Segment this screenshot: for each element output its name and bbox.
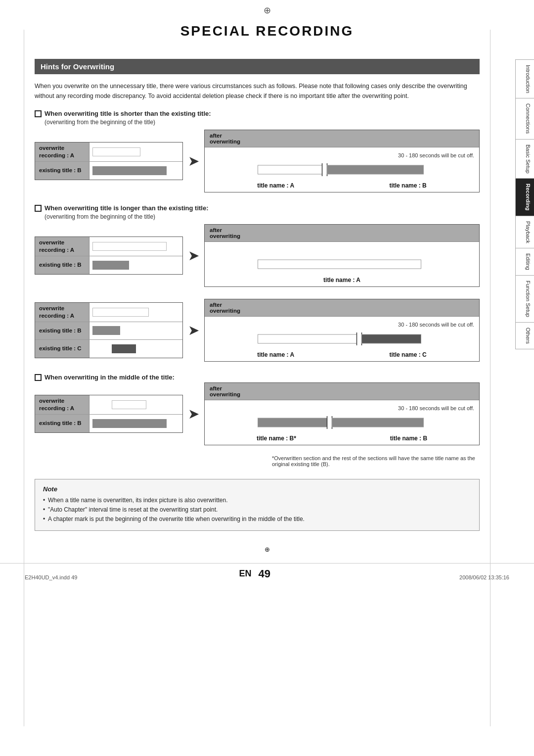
svg-rect-0 (258, 165, 322, 174)
diagram-left-longer: overwrite recording : A existing title :… (35, 236, 183, 275)
note-title: Note (43, 485, 471, 493)
subsection-title-shorter: When overwriting title is shorter than t… (35, 110, 480, 117)
label-title-a-2: title name : A (323, 277, 360, 284)
tab-playback[interactable]: Playback (515, 216, 534, 248)
tab-editing[interactable]: Editing (515, 248, 534, 275)
svg-rect-4 (258, 260, 421, 269)
en-label: EN (239, 568, 251, 579)
diagram-left-shorter: overwrite recording : A existing title :… (35, 142, 183, 180)
reg-mark-bottom: ⊕ (0, 546, 534, 553)
label-title-a-1: title name : A (257, 182, 294, 189)
note-item-1: When a title name is overwritten, its in… (43, 496, 471, 505)
left-margin-line (24, 30, 24, 726)
dlr-existing-c: existing title : C (35, 340, 182, 358)
arrow-middle: ➤ (188, 406, 199, 422)
note-list: When a title name is overwritten, its in… (43, 496, 471, 524)
section-header: Hints for Overwriting (35, 59, 480, 74)
page-number-block: EN 49 (239, 567, 270, 580)
diagram-right-longer2: after overwriting 30 - 180 seconds will … (204, 299, 480, 362)
diagram-row-longer: overwrite recording : A existing title :… (35, 224, 480, 287)
diagram-left-longer2: overwrite recording : A existing title :… (35, 302, 183, 358)
footnote-middle: *Overwritten section and the rest of the… (272, 455, 480, 467)
tab-function-setup[interactable]: Function Setup (515, 275, 534, 322)
dlr-existing-b: existing title : B (35, 162, 182, 180)
svg-rect-9 (258, 418, 327, 427)
note-item-3: A chapter mark is put the beginning of t… (43, 515, 471, 524)
dlr-overwrite-a: overwrite recording : A (35, 142, 182, 162)
tab-others[interactable]: Others (515, 322, 534, 349)
diagram-right-shorter: after overwriting 30 - 180 seconds will … (204, 130, 480, 192)
dlr-overwrite-a4: overwrite recording : A (35, 395, 182, 415)
subsection-sub-shorter: (overwriting from the beginning of the t… (44, 119, 480, 126)
subsection-title-middle: When overwriting in the middle of the ti… (35, 374, 480, 381)
dlr-overwrite-a2: overwrite recording : A (35, 237, 182, 256)
page-wrapper: Introduction Connections Basic Setup Rec… (0, 0, 534, 756)
dlr-existing-b2: existing title : B (35, 256, 182, 274)
subsection-longer: When overwriting title is longer than th… (35, 204, 480, 287)
intro-paragraph: When you overwrite on the unnecessary ti… (35, 81, 480, 101)
tab-connections[interactable]: Connections (515, 98, 534, 139)
label-title-b-1: title name : B (389, 182, 426, 189)
arrow-longer: ➤ (188, 247, 199, 264)
tab-introduction[interactable]: Introduction (515, 59, 534, 98)
arrow-shorter: ➤ (188, 153, 199, 169)
note-item-2: "Auto Chapter" interval time is reset at… (43, 505, 471, 515)
label-title-b-end: title name : B (390, 435, 427, 442)
label-title-b-star: title name : B* (257, 435, 296, 442)
page-title: SPECIAL RECORDING (0, 23, 534, 39)
subsection-longer2: overwrite recording : A existing title :… (35, 299, 480, 362)
checkbox-longer (35, 205, 42, 212)
diagram-left-middle: overwrite recording : A existing title :… (35, 395, 183, 433)
label-title-a-3: title name : A (257, 351, 294, 358)
checkbox-shorter (35, 110, 42, 117)
subsection-middle: When overwriting in the middle of the ti… (35, 374, 480, 467)
arrow-longer2: ➤ (188, 322, 199, 338)
diagram-row-longer2: overwrite recording : A existing title :… (35, 299, 480, 362)
page-footer: E2H40UD_v4.indd 49 EN 49 2008/06/02 13:3… (0, 563, 534, 584)
diagram-row-shorter: overwrite recording : A existing title :… (35, 130, 480, 192)
tab-basic-setup[interactable]: Basic Setup (515, 139, 534, 179)
diagram-svg-middle (210, 414, 474, 432)
diagram-svg-longer (210, 256, 474, 274)
note-box: Note When a title name is overwritten, i… (35, 479, 480, 531)
diagram-row-middle: overwrite recording : A existing title :… (35, 382, 480, 445)
diagram-svg-shorter (210, 161, 474, 179)
tab-recording[interactable]: Recording (515, 178, 534, 215)
page-number: 49 (259, 567, 270, 580)
label-title-c-3: title name : C (389, 351, 426, 358)
footer-right: 2008/06/02 13:35:16 (459, 574, 509, 580)
svg-rect-5 (258, 334, 357, 343)
reg-mark-top: ⊕ (0, 0, 534, 18)
svg-rect-12 (332, 418, 424, 427)
diagram-svg-longer2 (210, 331, 474, 348)
diagram-right-middle: after overwriting 30 - 180 seconds will … (204, 382, 480, 445)
side-tabs: Introduction Connections Basic Setup Rec… (515, 59, 534, 349)
diagram-right-longer: after overwriting title name : A (204, 224, 480, 287)
dlr-existing-b4: existing title : B (35, 415, 182, 432)
right-margin-line (490, 30, 490, 726)
dlr-existing-b3: existing title : B (35, 322, 182, 340)
svg-rect-3 (327, 165, 424, 174)
footer-left: E2H40UD_v4.indd 49 (25, 574, 77, 580)
main-content: Hints for Overwriting When you overwrite… (25, 49, 490, 541)
subsection-shorter: When overwriting title is shorter than t… (35, 110, 480, 192)
subsection-sub-longer: (overwriting from the beginning of the t… (44, 213, 480, 220)
subsection-title-longer: When overwriting title is longer than th… (35, 204, 480, 212)
svg-rect-8 (362, 334, 421, 343)
checkbox-middle (35, 374, 42, 381)
dlr-overwrite-a3: overwrite recording : A (35, 303, 182, 322)
